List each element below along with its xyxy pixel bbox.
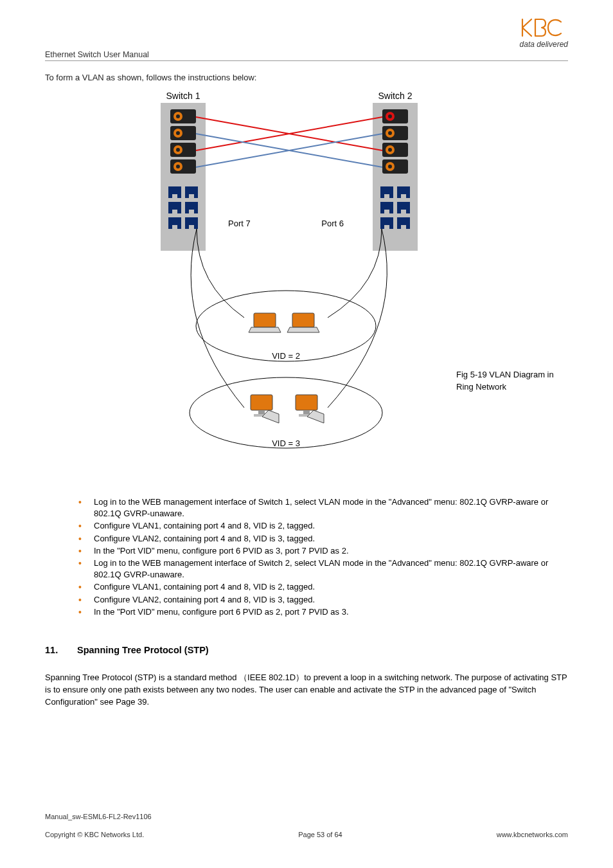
header-rule (45, 60, 568, 61)
page-footer: Manual_sw-ESML6-FL2-Rev1106 Copyright © … (45, 813, 568, 838)
svg-rect-20 (189, 194, 194, 198)
svg-rect-24 (189, 225, 194, 229)
footer-rev: Manual_sw-ESML6-FL2-Rev1106 (45, 813, 568, 820)
svg-point-37 (388, 165, 392, 168)
svg-rect-58 (251, 395, 272, 410)
list-item: Configure VLAN2, containing port 4 and 8… (78, 533, 568, 545)
switch2-label: Switch 2 (378, 91, 413, 101)
svg-rect-45 (401, 194, 406, 198)
doc-header-title: Ethernet Switch User Manual (45, 50, 568, 59)
list-item: Configure VLAN1, containing port 4 and 8… (78, 520, 568, 532)
intro-text: To form a VLAN as shown, follows the ins… (45, 73, 568, 82)
svg-rect-61 (296, 395, 317, 410)
svg-rect-49 (401, 225, 406, 229)
port7-label: Port 7 (228, 219, 251, 228)
list-item: Configure VLAN2, containing port 4 and 8… (78, 594, 568, 606)
svg-rect-47 (401, 210, 406, 213)
brand-logo: data delivered (520, 17, 568, 49)
figure-wrap: Switch 1 (45, 91, 568, 471)
list-item: Configure VLAN1, containing port 4 and 8… (78, 581, 568, 593)
footer-copyright: Copyright © KBC Networks Ltd. (45, 831, 144, 838)
footer-page: Page 53 of 64 (298, 831, 342, 838)
section-body: Spanning Tree Protocol (STP) is a standa… (45, 672, 568, 709)
svg-point-57 (190, 377, 382, 448)
svg-rect-55 (254, 313, 276, 327)
svg-rect-0 (161, 103, 206, 251)
svg-point-31 (388, 131, 392, 135)
svg-rect-48 (384, 225, 389, 229)
list-item: Log in to the WEB management interface o… (78, 496, 568, 520)
svg-rect-44 (384, 194, 389, 198)
svg-point-3 (176, 114, 180, 118)
svg-point-6 (176, 131, 180, 135)
svg-point-9 (176, 148, 180, 152)
switch1-label: Switch 1 (166, 91, 200, 101)
figure-caption: Fig 5-19 VLAN Diagram in Ring Network (456, 369, 610, 393)
list-item: In the "Port VID" menu, configure port 6… (78, 606, 568, 618)
svg-rect-59 (258, 410, 265, 414)
figure-caption-line1: Fig 5-19 VLAN Diagram in (456, 370, 554, 379)
svg-rect-46 (384, 210, 389, 213)
list-item: Log in to the WEB management interface o… (78, 557, 568, 581)
section-heading: 11. Spanning Tree Protocol (STP) (45, 645, 568, 655)
section-number: 11. (45, 645, 75, 655)
svg-point-28 (388, 114, 392, 118)
svg-rect-23 (172, 225, 177, 229)
svg-point-34 (388, 148, 392, 152)
vlan-diagram: Switch 1 (135, 91, 443, 458)
svg-rect-19 (172, 194, 177, 198)
svg-rect-21 (172, 210, 177, 213)
section-title: Spanning Tree Protocol (STP) (77, 645, 209, 655)
vid2-label: VID = 2 (272, 351, 300, 361)
list-item: In the "Port VID" menu, configure port 6… (78, 545, 568, 557)
svg-rect-62 (303, 410, 310, 414)
svg-point-12 (176, 165, 180, 168)
steps-list: Log in to the WEB management interface o… (78, 496, 568, 618)
port6-label: Port 6 (321, 219, 344, 228)
figure-caption-line2: Ring Network (456, 382, 506, 392)
vid3-label: VID = 3 (272, 439, 300, 448)
svg-rect-56 (292, 313, 314, 327)
footer-url: www.kbcnetworks.com (497, 831, 568, 838)
svg-rect-22 (189, 210, 194, 213)
svg-rect-25 (373, 103, 418, 251)
logo-subtitle: data delivered (520, 40, 568, 49)
